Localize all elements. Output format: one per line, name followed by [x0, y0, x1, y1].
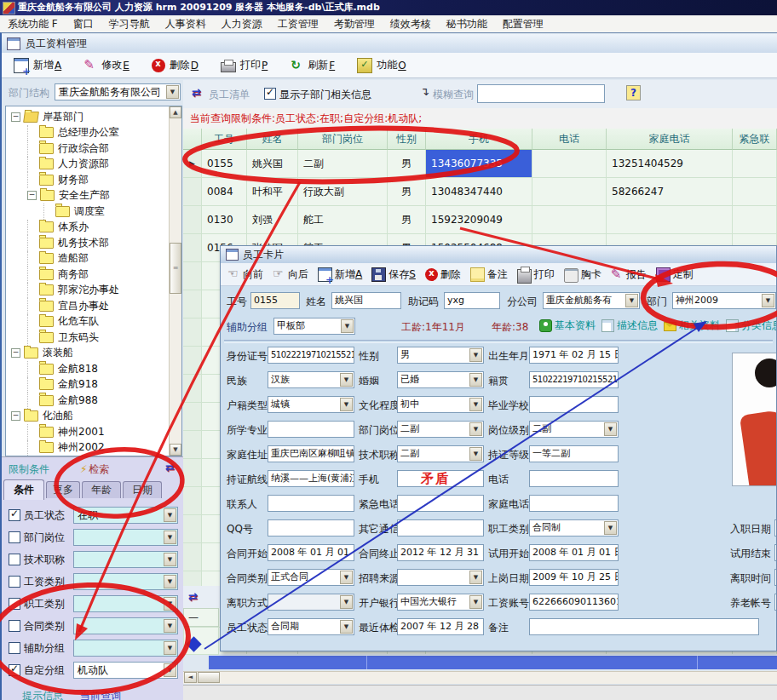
grid-cell-7-0[interactable] — [183, 347, 202, 375]
swap-panel-icon[interactable]: ⇄ — [165, 461, 175, 473]
toolbar-button-save[interactable]: 保存S — [371, 267, 416, 282]
tree-item-20[interactable]: 神州2001 — [6, 424, 170, 440]
chevron-down-icon[interactable]: ▼ — [164, 531, 176, 544]
grid-cell-2-7[interactable] — [607, 206, 733, 234]
field-手机[interactable] — [397, 470, 484, 487]
search-tab[interactable]: ⚡检索 — [80, 462, 109, 477]
grid-cell-11-0[interactable] — [183, 459, 202, 487]
tree-expander-icon[interactable]: − — [11, 411, 20, 421]
filter-checkbox-0[interactable] — [9, 509, 20, 521]
field-技术职称[interactable]: 二副▼ — [397, 445, 484, 462]
grid-cell-0-4[interactable]: 男 — [388, 150, 426, 178]
tab-日期[interactable]: 日期 — [123, 481, 162, 498]
tree-item-0[interactable]: −岸基部门 — [6, 109, 170, 125]
toolbar-button-add[interactable]: 新增A — [14, 58, 61, 73]
field-籍贯[interactable]: 510222197102155216 — [529, 371, 619, 388]
chevron-down-icon[interactable]: ▼ — [604, 422, 617, 436]
link-基本资料[interactable]: 基本资料 — [539, 318, 596, 333]
field-岗位级别[interactable]: 二副▼ — [529, 421, 619, 438]
filter-checkbox-4[interactable] — [9, 598, 20, 610]
field-电话[interactable] — [529, 470, 619, 487]
company-combobox[interactable]: 重庆金航船务有限公司 ▼ — [55, 83, 181, 100]
chevron-down-icon[interactable]: ▼ — [164, 575, 176, 588]
toolbar-button-print[interactable]: 打印P — [221, 58, 268, 72]
field-最近体检[interactable]: 2007 年 12 月 28 日 — [397, 618, 484, 635]
toolbar-button-badge[interactable]: 胸卡 — [564, 266, 601, 283]
filter-combobox-1[interactable]: ▼ — [73, 529, 178, 546]
grid-header-3[interactable]: 部门岗位 — [298, 129, 388, 150]
grid-cell-2-6[interactable] — [532, 206, 607, 234]
menu-item-9[interactable]: 配置管理 — [495, 15, 551, 32]
chevron-down-icon[interactable]: ▼ — [469, 447, 482, 461]
tree-item-14[interactable]: 卫东码头 — [6, 330, 170, 346]
tree-item-5[interactable]: −安全生产部 — [6, 188, 170, 204]
toolbar-button-hand-left[interactable]: 向前 — [227, 267, 263, 282]
grid-cell-3-0[interactable] — [183, 234, 202, 262]
grid-cell-2-0[interactable] — [183, 206, 202, 234]
toolbar-button-note[interactable]: 备注 — [470, 267, 508, 282]
grid-cell-1-7[interactable]: 58266247 — [607, 178, 733, 206]
chevron-down-icon[interactable]: ▼ — [341, 319, 354, 333]
menu-item-8[interactable]: 秘书功能 — [439, 15, 495, 32]
grid-cell-0-0[interactable]: ▶ — [183, 150, 202, 178]
filter-combobox-7[interactable]: 机动队▼ — [73, 662, 178, 679]
swap-mini-icon[interactable]: ⇄ — [188, 586, 198, 608]
grid-cell-1-8[interactable] — [733, 178, 777, 206]
chevron-down-icon[interactable]: ▼ — [762, 294, 774, 307]
field-出生年月[interactable]: 1971 年 02 月 15 日 — [529, 347, 619, 364]
tree-item-7[interactable]: 体系办 — [6, 220, 170, 236]
chevron-down-icon[interactable]: ▼ — [340, 373, 353, 387]
filter-checkbox-2[interactable] — [9, 554, 20, 565]
field-职工类别[interactable]: 合同制▼ — [529, 519, 619, 536]
horizontal-scrollbar[interactable]: ◄ — [183, 671, 777, 684]
grid-cell-0-2[interactable]: 姚兴国 — [247, 150, 298, 178]
grid-cell-0-5[interactable]: 13436077335 — [426, 150, 532, 178]
tree-item-17[interactable]: 金航918 — [6, 377, 170, 393]
grid-cell-2-2[interactable]: 刘强 — [247, 206, 298, 234]
field-户籍类型[interactable]: 城镇▼ — [268, 396, 354, 413]
field-开户银行[interactable]: 中国光大银行▼ — [397, 594, 484, 611]
grid-header-7[interactable]: 家庭电话 — [607, 129, 733, 150]
chevron-down-icon[interactable]: ▼ — [340, 620, 353, 634]
field-身份证号[interactable]: 510222197102155216 — [268, 347, 354, 364]
grid-cell-2-4[interactable]: 男 — [388, 206, 426, 234]
link-描述信息[interactable]: 描述信息 — [601, 318, 658, 333]
tree-expander-icon[interactable]: − — [11, 112, 20, 122]
filter-checkbox-3[interactable] — [9, 576, 20, 588]
grid-cell-1-2[interactable]: 叶和平 — [247, 178, 298, 206]
name-field[interactable]: 姚兴国 — [331, 292, 401, 309]
chevron-down-icon[interactable]: ▼ — [164, 553, 176, 566]
grid-cell-12-0[interactable] — [183, 487, 202, 515]
grid-cell-1-5[interactable]: 13048347440 — [426, 178, 532, 206]
chevron-down-icon[interactable]: ▼ — [340, 398, 353, 411]
field-部门岗位[interactable]: 二副▼ — [397, 421, 484, 438]
field-持证等级[interactable]: 一等二副 — [529, 445, 619, 462]
chevron-down-icon[interactable]: ▼ — [164, 641, 176, 655]
tree-expander-icon[interactable]: − — [27, 191, 37, 200]
menu-item-1[interactable]: 窗口 — [66, 15, 101, 32]
grid-header-8[interactable]: 紧急联 — [733, 129, 777, 150]
scroll-left-icon[interactable]: ◄ — [184, 672, 197, 683]
tree-item-10[interactable]: 商务部 — [6, 267, 170, 283]
toolbar-button-report[interactable]: 报告 — [611, 267, 647, 282]
filter-checkbox-5[interactable] — [9, 620, 20, 632]
tree-item-12[interactable]: 宜昌办事处 — [6, 298, 170, 314]
chevron-down-icon[interactable]: ▼ — [164, 597, 176, 611]
chevron-down-icon[interactable]: ▼ — [164, 663, 176, 677]
tab-年龄[interactable]: 年龄 — [82, 481, 121, 498]
field-婚姻[interactable]: 已婚▼ — [397, 371, 484, 388]
field-合同开始[interactable]: 2008 年 01 月 01 日 — [268, 544, 354, 561]
grid-cell-0-3[interactable]: 二副 — [298, 150, 388, 178]
field-民族[interactable]: 汉族▼ — [268, 371, 354, 388]
tree-item-1[interactable]: 总经理办公室 — [6, 125, 170, 141]
tab-条件[interactable]: 条件 — [3, 479, 44, 500]
filter-combobox-0[interactable]: 在职▼ — [73, 507, 178, 524]
grid-header-5[interactable]: 手机 — [426, 129, 532, 150]
chevron-down-icon[interactable]: ▼ — [469, 422, 482, 436]
chevron-down-icon[interactable]: ▼ — [469, 348, 482, 362]
filter-combobox-3[interactable]: ▼ — [73, 573, 178, 590]
toolbar-button-hand-right[interactable]: 向后 — [273, 267, 308, 282]
toolbar-button-edit[interactable]: 修改E — [83, 58, 130, 72]
chevron-down-icon[interactable]: ▼ — [166, 85, 179, 99]
menu-item-5[interactable]: 工资管理 — [270, 15, 326, 32]
